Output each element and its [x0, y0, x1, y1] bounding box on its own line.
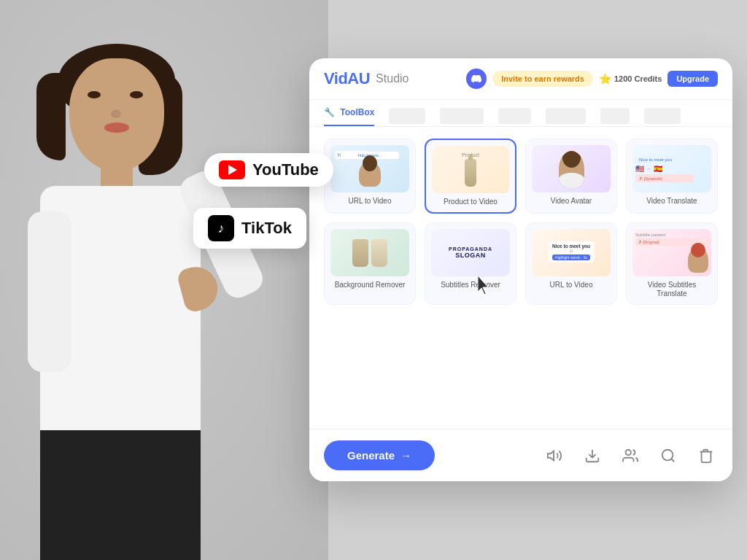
generate-arrow-icon: →	[400, 449, 411, 462]
youtube-label: YouTube	[252, 160, 319, 179]
tool-card-video-translate[interactable]: Nice to meet you 🇺🇸 → 🇪🇸 ✗ [Spanish] Vid…	[626, 139, 718, 214]
tiktok-icon: ♪	[208, 215, 234, 241]
youtube-icon	[219, 160, 245, 179]
download-icon[interactable]	[581, 444, 604, 467]
app-logo: VidAU	[324, 69, 370, 88]
tab-toolbox[interactable]: 🔧 ToolBox	[324, 100, 374, 126]
tool-label-video-avatar: Video Avatar	[532, 197, 611, 206]
app-header: VidAU Studio Invite to earn rewards ⭐ 12…	[309, 58, 732, 100]
generate-button[interactable]: Generate →	[324, 440, 435, 470]
tool-thumb-subtitles-remover: PROPAGANDA SLOGAN	[431, 229, 510, 276]
tab-5[interactable]	[546, 108, 586, 124]
tool-thumb-video-sub-translate: Subtitle content ✗ [Original]	[632, 229, 711, 276]
volume-icon[interactable]	[543, 444, 566, 467]
tiktok-label: TikTok	[241, 219, 292, 238]
tool-card-video-avatar[interactable]: Video Avatar	[525, 139, 617, 214]
svg-point-2	[626, 449, 631, 454]
tab-4[interactable]	[498, 108, 531, 124]
trash-icon[interactable]	[694, 444, 718, 467]
tool-thumb-video-avatar	[532, 145, 611, 192]
toolbox-icon: 🔧	[324, 107, 335, 117]
tool-card-url-to-video[interactable]: http://www... URL to Video	[324, 139, 416, 214]
tool-card-video-subtitles-translate[interactable]: Subtitle content ✗ [Original] Video Subt…	[626, 222, 718, 305]
svg-line-4	[671, 459, 674, 462]
credits-star-icon: ⭐	[599, 73, 611, 85]
tab-7[interactable]	[644, 108, 681, 124]
credits-amount: 1200 Credits	[614, 74, 662, 83]
search-icon[interactable]	[657, 444, 680, 467]
tiktok-badge: ♪ TikTok	[193, 208, 306, 249]
tool-thumb-product-video: Product	[432, 146, 509, 193]
generate-label: Generate	[347, 449, 395, 462]
tab-2[interactable]	[389, 108, 425, 124]
nav-tabs: 🔧 ToolBox	[309, 100, 732, 127]
tool-label-url-to-video-2: URL to Video	[532, 281, 611, 289]
tool-label-background-remover: Background Remover	[330, 281, 409, 289]
tool-thumb-video-translate: Nice to meet you 🇺🇸 → 🇪🇸 ✗ [Spanish]	[632, 145, 711, 192]
tool-card-url-to-video-2[interactable]: Nice to meet you 1i Highlight words - 3s…	[525, 222, 617, 305]
tool-card-subtitles-remover[interactable]: PROPAGANDA SLOGAN Subtitles Remover	[425, 222, 516, 305]
tool-card-background-remover[interactable]: Background Remover	[324, 222, 416, 305]
bottom-toolbar: Generate →	[309, 429, 732, 481]
discord-icon[interactable]	[466, 69, 487, 89]
tool-label-video-subtitles-translate: Video Subtitles Translate	[632, 281, 711, 298]
tool-label-url-to-video: URL to Video	[330, 197, 409, 206]
tool-thumb-url-video2: Nice to meet you 1i Highlight words - 3s	[532, 229, 611, 276]
tool-card-product-to-video[interactable]: Product Product to Video	[425, 139, 516, 214]
tool-label-video-translate: Video Translate	[632, 197, 711, 206]
tool-thumb-url-video: http://www...	[330, 145, 409, 192]
svg-marker-0	[548, 451, 554, 460]
app-window: VidAU Studio Invite to earn rewards ⭐ 12…	[309, 58, 732, 481]
users-icon[interactable]	[619, 444, 642, 467]
upgrade-button[interactable]: Upgrade	[667, 71, 718, 87]
studio-label: Studio	[376, 72, 409, 85]
tab-6[interactable]	[600, 108, 630, 124]
tool-label-product-to-video: Product to Video	[432, 198, 509, 206]
invite-button[interactable]: Invite to earn rewards	[492, 71, 593, 87]
tool-thumb-bg-remover	[330, 229, 409, 276]
tool-label-subtitles-remover: Subtitles Remover	[431, 281, 510, 289]
youtube-badge: YouTube	[204, 153, 333, 187]
svg-point-3	[662, 449, 673, 460]
tools-grid: http://www... URL to Video Product	[309, 127, 732, 316]
credits-badge: ⭐ 1200 Credits	[599, 73, 662, 85]
person-figure	[0, 0, 328, 560]
tab-3[interactable]	[440, 108, 484, 124]
